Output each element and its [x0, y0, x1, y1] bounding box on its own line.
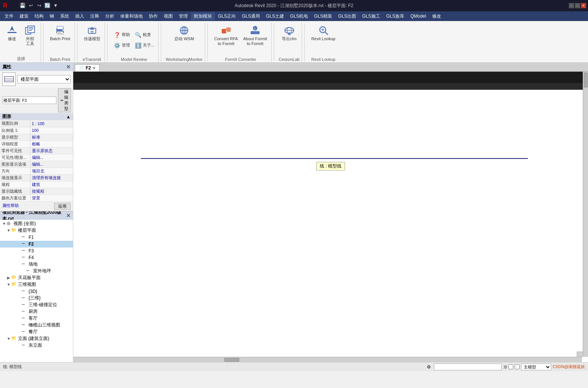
- tree-item-f1[interactable]: ─ F1: [0, 234, 73, 241]
- prop-value[interactable]: 背景: [30, 195, 73, 201]
- vertical-scrollbar[interactable]: [583, 72, 588, 357]
- ribbon-btn-help[interactable]: ❓ 帮助: [112, 30, 132, 39]
- qat-undo[interactable]: ↩: [27, 2, 35, 9]
- scroll-thumb-h[interactable]: [224, 358, 239, 362]
- view-area: 📄 F2 ✕ 线 : 模型线: [73, 63, 588, 362]
- menu-gls-decoration[interactable]: GLS精装: [311, 12, 335, 20]
- menu-file[interactable]: 文件: [2, 12, 17, 20]
- tree-item-outdoor[interactable]: ─ 室外地坪: [0, 268, 73, 275]
- quick-access-toolbar[interactable]: 💾 ↩ ↪ 🔄 ▼: [19, 2, 59, 9]
- menu-annotate[interactable]: 注释: [87, 12, 102, 20]
- prop-value[interactable]: 项目北: [30, 168, 73, 174]
- menu-gls-family[interactable]: GLS族库: [383, 12, 407, 20]
- tree-item-elevations[interactable]: ▼ 📁 立面 (建筑立面): [0, 335, 73, 342]
- prop-value[interactable]: 1 : 100: [30, 120, 73, 127]
- tree-item-living-room[interactable]: ─ 客厅: [0, 315, 73, 322]
- ribbon-btn-wsm[interactable]: 启动 WSM: [172, 23, 196, 42]
- menu-collaborate[interactable]: 协作: [146, 12, 161, 20]
- tree-item-site[interactable]: ─ 场地: [0, 261, 73, 268]
- tree-item-dining[interactable]: ─ 餐厅: [0, 329, 73, 335]
- menu-massing[interactable]: 体量和场地: [117, 12, 146, 20]
- menu-analyze[interactable]: 分析: [102, 12, 117, 20]
- prop-value[interactable]: 编辑...: [30, 154, 73, 161]
- minimize-button[interactable]: ─: [569, 3, 574, 8]
- browser-close-button[interactable]: ✕: [66, 213, 71, 219]
- menu-architecture[interactable]: 建筑: [17, 12, 32, 20]
- window-controls[interactable]: ─ □ ✕: [569, 3, 586, 8]
- ribbon-btn-batch-print[interactable]: Batch Print: [48, 23, 72, 42]
- menu-insert[interactable]: 插入: [72, 12, 87, 20]
- maximize-button[interactable]: □: [575, 3, 580, 8]
- ribbon-btn-about-formit[interactable]: i About FormItto FormIt: [241, 23, 269, 47]
- tree-item-3d-collision[interactable]: ─ 三维-碰撞定位: [0, 302, 73, 308]
- menu-qmodel[interactable]: QModel: [407, 13, 429, 20]
- view-tab-f2[interactable]: 📄 F2 ✕: [75, 64, 100, 71]
- ribbon-btn-export-clm[interactable]: 导出clm: [280, 23, 298, 42]
- menu-gls-common[interactable]: GLS通用: [239, 12, 263, 20]
- prop-type-select[interactable]: 楼层平面: [17, 75, 71, 83]
- prop-value[interactable]: 建筑: [30, 181, 73, 188]
- tree-item-f3[interactable]: ─ F3: [0, 248, 73, 254]
- tab-close-button[interactable]: ✕: [92, 66, 95, 70]
- prop-value[interactable]: 清理所有墙连接: [30, 174, 73, 181]
- tree-item-f4[interactable]: ─ F4: [0, 254, 73, 261]
- qat-sync[interactable]: 🔄: [44, 2, 51, 9]
- menu-manage[interactable]: 管理: [176, 12, 191, 20]
- tree-item-east-elevation[interactable]: ─ 东立面: [0, 342, 73, 349]
- prop-value[interactable]: 按规程: [30, 188, 73, 195]
- tree-item-3d-default[interactable]: ─ {3D}: [0, 288, 73, 295]
- ribbon-btn-revit-lookup[interactable]: Revit Lookup: [309, 23, 337, 42]
- ribbon-btn-external[interactable]: 外部工具: [22, 23, 38, 47]
- tree-item-3d-views[interactable]: ▼ 📁 三维视图: [0, 281, 73, 288]
- menu-steel[interactable]: 钢: [47, 12, 57, 20]
- properties-apply-button[interactable]: 应用: [54, 203, 71, 210]
- qat-redo[interactable]: ↪: [35, 2, 43, 9]
- tree-item-ceiling-plans[interactable]: ▶ 📁 天花板平面: [0, 275, 73, 281]
- menu-modify[interactable]: 修改: [429, 12, 444, 20]
- ribbon-btn-modify[interactable]: 修改: [4, 23, 20, 42]
- menu-gls-civil[interactable]: GLS土建: [263, 12, 287, 20]
- prop-value[interactable]: 编辑...: [30, 161, 73, 168]
- menu-gls-forward[interactable]: GLS正向: [215, 12, 239, 20]
- tree-item-floor-plans[interactable]: ▼ 📁 楼层平面: [0, 227, 73, 234]
- qat-save[interactable]: 💾: [19, 2, 26, 9]
- tree-item-3d-cn[interactable]: ─ {三维}: [0, 295, 73, 302]
- menu-gls-mep[interactable]: GLS机电: [287, 12, 311, 20]
- prop-section-header[interactable]: 图形 ▲: [0, 113, 73, 120]
- properties-help-link[interactable]: 属性帮助: [2, 203, 19, 210]
- properties-close-button[interactable]: ✕: [66, 64, 71, 70]
- status-model-select[interactable]: 主模型: [521, 364, 551, 370]
- tree-item-f2[interactable]: ─ F2: [0, 241, 73, 248]
- canvas-area[interactable]: 线 : 模型线: [73, 72, 588, 362]
- prop-value[interactable]: 显示原状态: [30, 147, 73, 154]
- menu-gls-construction[interactable]: GLS施工: [359, 12, 383, 20]
- status-settings-button[interactable]: ⚙: [425, 364, 432, 370]
- status-checkbox-2[interactable]: [515, 364, 520, 369]
- menu-addins[interactable]: 附加模块: [191, 12, 215, 20]
- tree-item-kitchen[interactable]: ─ 厨房: [0, 308, 73, 315]
- prop-value[interactable]: 100: [30, 127, 73, 134]
- horizontal-scrollbar[interactable]: [73, 357, 582, 362]
- tree-item-root[interactable]: ▼ ◎ 视图 (全部): [0, 220, 73, 227]
- menu-structure[interactable]: 结构: [32, 12, 47, 20]
- prop-value[interactable]: 粗略: [30, 140, 73, 147]
- menu-gls-drawing[interactable]: GLS出图: [335, 12, 359, 20]
- menu-view[interactable]: 视图: [161, 12, 176, 20]
- ribbon-btn-about[interactable]: ℹ️ 关于...: [133, 41, 156, 50]
- ribbon-btn-check[interactable]: 🔍 检查: [133, 30, 153, 39]
- scroll-thumb-v[interactable]: [584, 72, 588, 88]
- prop-view-input[interactable]: [2, 97, 56, 104]
- tree-item-olive[interactable]: ─ 橄榄山三维视图: [0, 322, 73, 329]
- status-checkbox-1[interactable]: [508, 364, 513, 369]
- status-search-input[interactable]: [434, 364, 502, 370]
- ribbon-btn-manage[interactable]: ⚙️ 管理: [112, 41, 132, 50]
- export-clm-label: 导出clm: [282, 36, 296, 41]
- qat-options[interactable]: ▼: [52, 2, 59, 9]
- close-button[interactable]: ✕: [581, 3, 586, 8]
- ribbon-btn-convert-rfa[interactable]: Convert RFAto FormIt: [212, 23, 240, 47]
- menu-systems[interactable]: 系统: [57, 12, 72, 20]
- model-line[interactable]: [141, 158, 528, 159]
- prop-edit-type-button[interactable]: ✏ 编辑类型: [58, 88, 71, 112]
- prop-value[interactable]: 标准: [30, 134, 73, 140]
- ribbon-btn-transmit[interactable]: 传递模型: [82, 23, 102, 42]
